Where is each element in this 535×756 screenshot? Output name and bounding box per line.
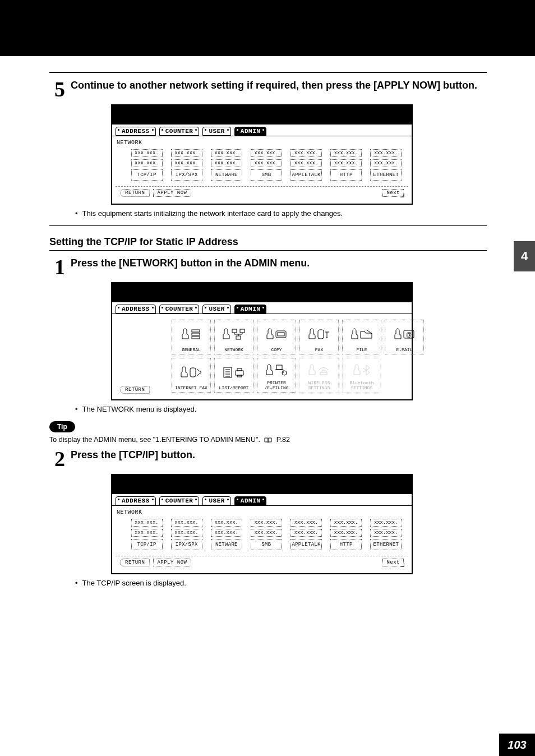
network-button[interactable]: NETWORK	[214, 320, 253, 354]
tab-admin[interactable]: ADMIN	[234, 127, 267, 136]
tab-row: ADDRESS COUNTER USER ADMIN	[112, 494, 412, 506]
return-button[interactable]: RETURN	[120, 189, 150, 197]
step-1: 1 Press the [NETWORK] button in the ADMI…	[49, 256, 487, 278]
wireless-icon	[317, 365, 330, 376]
field: XXX.XXX.	[330, 159, 362, 167]
apply-now-button[interactable]: APPLY NOW	[153, 189, 191, 197]
chapter-side-tab: 4	[514, 241, 535, 271]
smb-button[interactable]: SMB	[251, 539, 282, 550]
printer-efiling-button[interactable]: PRINTER /E-FILING	[257, 358, 296, 393]
finger-icon	[222, 328, 230, 340]
tab-admin[interactable]: ADMIN	[234, 305, 267, 314]
apply-now-button[interactable]: APPLY NOW	[153, 559, 191, 566]
fax-button[interactable]: FAX	[299, 320, 339, 354]
tab-admin[interactable]: ADMIN	[234, 496, 267, 505]
field: XXX.XXX.	[290, 529, 322, 537]
appletalk-button[interactable]: APPLETALK	[290, 539, 322, 550]
tab-address[interactable]: ADDRESS	[116, 496, 156, 505]
tab-address[interactable]: ADDRESS	[116, 305, 156, 314]
list-report-button[interactable]: LIST/REPORT	[214, 358, 253, 393]
file-button[interactable]: FILE	[342, 320, 381, 354]
tab-counter[interactable]: COUNTER	[159, 305, 200, 314]
field: XXX.XXX.	[330, 519, 362, 527]
tab-user[interactable]: USER	[202, 127, 230, 136]
smb-button[interactable]: SMB	[251, 169, 282, 181]
copy-icon	[275, 329, 287, 340]
finger-icon	[308, 328, 316, 340]
tab-address[interactable]: ADDRESS	[116, 127, 156, 136]
screenshot-network-1: ADDRESS COUNTER USER ADMIN NETWORK XXX.X…	[111, 104, 413, 205]
field: XXX.XXX.	[290, 519, 322, 527]
field: XXX.XXX.	[370, 519, 402, 527]
return-button[interactable]: RETURN	[120, 559, 150, 566]
step-1-text: Press the [NETWORK] button in the ADMIN …	[71, 256, 310, 270]
step-1-number: 1	[49, 256, 65, 278]
tab-counter[interactable]: COUNTER	[159, 127, 200, 136]
svg-rect-8	[318, 330, 324, 339]
internet-fax-button[interactable]: INTERNET FAX	[172, 358, 211, 393]
step-2-note: The TCP/IP screen is displayed.	[75, 579, 487, 587]
network-button-grid: XXX.XXX.XXX.XXX.TCP/IP XXX.XXX.XXX.XXX.I…	[116, 149, 408, 183]
netware-button[interactable]: NETWARE	[211, 539, 242, 550]
ipxspx-button[interactable]: IPX/SPX	[171, 539, 202, 550]
page-content: 5 Continue to another network setting if…	[49, 72, 487, 589]
tab-counter[interactable]: COUNTER	[159, 496, 200, 505]
step-2-number: 2	[49, 448, 65, 469]
book-icon	[264, 437, 272, 443]
field: XXX.XXX.	[370, 159, 402, 167]
page-number: 103	[499, 734, 535, 756]
field: XXX.XXX.	[370, 149, 402, 157]
appletalk-button[interactable]: APPLETALK	[290, 169, 322, 181]
tab-row: ADDRESS COUNTER USER ADMIN	[112, 125, 412, 136]
next-button[interactable]: Next	[382, 559, 404, 566]
svg-point-15	[282, 371, 287, 375]
bluetooth-settings-button[interactable]: Bluetooth SETTINGS	[342, 358, 381, 393]
step-5-text: Continue to another network setting if r…	[71, 79, 477, 92]
field: XXX.XXX.	[290, 149, 322, 157]
screenshot-subtitle: NETWORK	[116, 139, 408, 149]
step-2: 2 Press the [TCP/IP] button.	[49, 448, 487, 469]
tip-text: To display the ADMIN menu, see "1.ENTERI…	[49, 436, 487, 444]
copy-button[interactable]: COPY	[257, 320, 296, 354]
tcpip-button[interactable]: TCP/IP	[131, 169, 163, 181]
field: XXX.XXX.	[251, 159, 282, 167]
email-button[interactable]: @ E-MAIL	[385, 320, 424, 354]
tcpip-button[interactable]: TCP/IP	[131, 539, 163, 550]
step-1-note: The NETWORK menu is displayed.	[75, 405, 487, 413]
fax-icon	[317, 329, 330, 340]
http-button[interactable]: HTTP	[330, 169, 362, 181]
field: XXX.XXX.	[171, 519, 202, 527]
field: XXX.XXX.	[131, 149, 163, 157]
tab-user[interactable]: USER	[202, 496, 230, 505]
svg-rect-5	[236, 336, 241, 339]
network-icon	[231, 328, 246, 340]
step-5-number: 5	[49, 79, 65, 100]
netware-button[interactable]: NETWARE	[211, 169, 242, 181]
svg-rect-16	[320, 372, 327, 375]
general-button[interactable]: GENERAL	[172, 320, 211, 354]
svg-text:@: @	[406, 331, 412, 338]
step-5-note: This equipment starts initializing the n…	[75, 209, 487, 218]
folder-icon	[359, 329, 373, 339]
ipxspx-button[interactable]: IPX/SPX	[171, 169, 202, 181]
svg-rect-14	[276, 365, 282, 370]
ethernet-button[interactable]: ETHERNET	[370, 539, 402, 550]
tab-user[interactable]: USER	[202, 305, 230, 314]
section-heading: Setting the TCP/IP for Static IP Address	[49, 236, 487, 248]
field: XXX.XXX.	[251, 149, 282, 157]
http-button[interactable]: HTTP	[330, 539, 362, 550]
field: XXX.XXX.	[131, 519, 163, 527]
tip-page-ref: P.82	[276, 436, 290, 444]
wireless-settings-button[interactable]: WIRELESS SETTINGS	[299, 358, 339, 393]
svg-rect-3	[232, 329, 237, 333]
field: XXX.XXX.	[290, 159, 322, 167]
next-button[interactable]: Next	[382, 189, 404, 197]
finger-icon	[266, 328, 274, 340]
svg-rect-0	[192, 330, 200, 332]
return-button[interactable]: RETURN	[120, 386, 150, 394]
printer-icon	[274, 364, 288, 376]
network-button-grid: XXX.XXX.XXX.XXX.TCP/IP XXX.XXX.XXX.XXX.I…	[116, 519, 408, 552]
ethernet-button[interactable]: ETHERNET	[370, 169, 402, 181]
field: XXX.XXX.	[370, 529, 402, 537]
screenshot-subtitle: NETWORK	[116, 508, 408, 519]
